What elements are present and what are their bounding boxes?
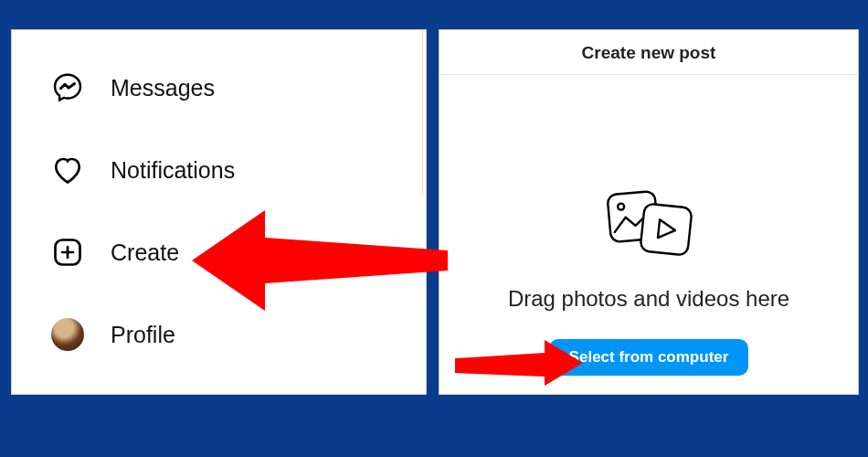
avatar: [51, 318, 84, 351]
dialog-title: Create new post: [439, 30, 858, 75]
messenger-icon: [45, 71, 90, 104]
heart-icon: [45, 154, 90, 186]
sidebar-panel: Messages Notifications Create Profile: [11, 29, 427, 395]
svg-rect-5: [640, 203, 692, 255]
sidebar-item-label: Notifications: [111, 157, 235, 184]
select-from-computer-button[interactable]: Select from computer: [549, 339, 749, 376]
sidebar-item-label: Create: [111, 239, 179, 266]
sidebar-item-messages[interactable]: Messages: [45, 47, 426, 129]
media-icon: [598, 184, 699, 266]
sidebar-item-notifications[interactable]: Notifications: [45, 129, 426, 211]
sidebar-item-profile[interactable]: Profile: [45, 293, 426, 376]
avatar-icon: [45, 318, 90, 351]
drop-instructions: Drag photos and videos here: [508, 286, 789, 312]
panel-divider: [422, 30, 423, 195]
dialog-body[interactable]: Drag photos and videos here Select from …: [439, 75, 858, 394]
sidebar-item-label: Profile: [111, 322, 175, 348]
create-icon: [45, 236, 90, 269]
sidebar-item-create[interactable]: Create: [45, 211, 426, 293]
sidebar-item-label: Messages: [111, 75, 215, 101]
create-post-dialog: Create new post Drag photos and videos h…: [439, 29, 859, 395]
